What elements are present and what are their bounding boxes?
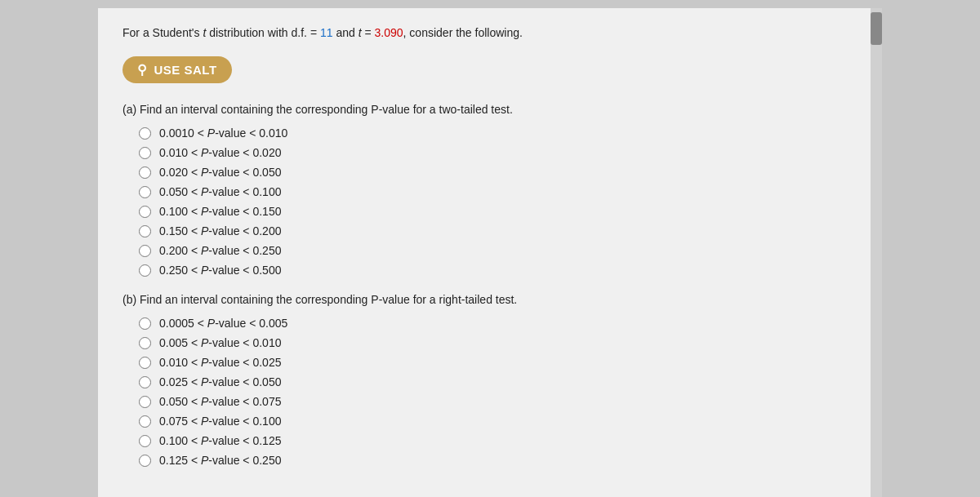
- option-b-5-label: 0.075 < P-value < 0.100: [159, 415, 281, 428]
- salt-button-label: USE SALT: [154, 63, 217, 77]
- list-item: 0.050 < P-value < 0.100: [139, 185, 858, 198]
- list-item: 0.020 < P-value < 0.050: [139, 166, 858, 179]
- option-b-3-label: 0.025 < P-value < 0.050: [159, 375, 281, 388]
- list-item: 0.0010 < P-value < 0.010: [139, 126, 858, 140]
- intro-text: For a Student's t distribution with d.f.…: [122, 24, 858, 42]
- scrollbar-thumb[interactable]: [871, 12, 882, 45]
- t-value: 3.090: [375, 26, 403, 39]
- section-a-options: 0.0010 < P-value < 0.010 0.010 < P-value…: [139, 126, 858, 277]
- list-item: 0.050 < P-value < 0.075: [139, 395, 858, 408]
- option-a-0-label: 0.0010 < P-value < 0.010: [159, 126, 287, 140]
- radio-b-0[interactable]: [139, 317, 151, 330]
- radio-b-4[interactable]: [139, 396, 151, 408]
- option-a-5-label: 0.150 < P-value < 0.200: [159, 224, 281, 237]
- scrollbar-track[interactable]: [871, 8, 882, 497]
- option-b-4-label: 0.050 < P-value < 0.075: [159, 395, 281, 408]
- intro-text-before: For a Student's t distribution with d.f.…: [122, 26, 320, 39]
- list-item: 0.100 < P-value < 0.150: [139, 205, 858, 218]
- radio-a-6[interactable]: [139, 245, 151, 257]
- list-item: 0.100 < P-value < 0.125: [139, 434, 858, 447]
- main-panel: For a Student's t distribution with d.f.…: [98, 8, 882, 497]
- section-b-label: (b) Find an interval containing the corr…: [122, 291, 858, 308]
- radio-b-6[interactable]: [139, 435, 151, 447]
- option-a-2-label: 0.020 < P-value < 0.050: [159, 166, 281, 179]
- option-b-1-label: 0.005 < P-value < 0.010: [159, 336, 281, 349]
- option-b-7-label: 0.125 < P-value < 0.250: [159, 454, 281, 467]
- list-item: 0.025 < P-value < 0.050: [139, 375, 858, 388]
- radio-b-3[interactable]: [139, 376, 151, 388]
- intro-text-middle: and t =: [333, 26, 375, 39]
- list-item: 0.0005 < P-value < 0.005: [139, 317, 858, 330]
- list-item: 0.250 < P-value < 0.500: [139, 264, 858, 277]
- radio-a-0[interactable]: [139, 127, 151, 140]
- radio-a-2[interactable]: [139, 166, 151, 179]
- list-item: 0.125 < P-value < 0.250: [139, 454, 858, 467]
- option-a-1-label: 0.010 < P-value < 0.020: [159, 146, 281, 159]
- option-b-0-label: 0.0005 < P-value < 0.005: [159, 317, 287, 330]
- radio-a-4[interactable]: [139, 206, 151, 218]
- radio-a-7[interactable]: [139, 264, 151, 277]
- content-area: For a Student's t distribution with d.f.…: [98, 8, 882, 497]
- radio-b-7[interactable]: [139, 455, 151, 467]
- radio-b-2[interactable]: [139, 357, 151, 369]
- option-b-6-label: 0.100 < P-value < 0.125: [159, 434, 281, 447]
- list-item: 0.075 < P-value < 0.100: [139, 415, 858, 428]
- radio-a-3[interactable]: [139, 186, 151, 198]
- intro-text-after: , consider the following.: [403, 26, 523, 39]
- list-item: 0.150 < P-value < 0.200: [139, 224, 858, 237]
- radio-a-5[interactable]: [139, 225, 151, 237]
- option-a-4-label: 0.100 < P-value < 0.150: [159, 205, 281, 218]
- option-a-3-label: 0.050 < P-value < 0.100: [159, 185, 281, 198]
- list-item: 0.010 < P-value < 0.020: [139, 146, 858, 159]
- section-b-options: 0.0005 < P-value < 0.005 0.005 < P-value…: [139, 317, 858, 467]
- radio-a-1[interactable]: [139, 147, 151, 159]
- option-a-7-label: 0.250 < P-value < 0.500: [159, 264, 281, 277]
- section-b: (b) Find an interval containing the corr…: [122, 291, 858, 467]
- radio-b-1[interactable]: [139, 337, 151, 349]
- option-a-6-label: 0.200 < P-value < 0.250: [159, 244, 281, 257]
- list-item: 0.010 < P-value < 0.025: [139, 356, 858, 369]
- list-item: 0.005 < P-value < 0.010: [139, 336, 858, 349]
- df-value: 11: [320, 26, 333, 39]
- list-item: 0.200 < P-value < 0.250: [139, 244, 858, 257]
- radio-b-5[interactable]: [139, 415, 151, 428]
- salt-icon: ⚲: [137, 62, 148, 78]
- use-salt-button[interactable]: ⚲ USE SALT: [122, 56, 232, 83]
- option-b-2-label: 0.010 < P-value < 0.025: [159, 356, 281, 369]
- section-a-label: (a) Find an interval containing the corr…: [122, 101, 858, 118]
